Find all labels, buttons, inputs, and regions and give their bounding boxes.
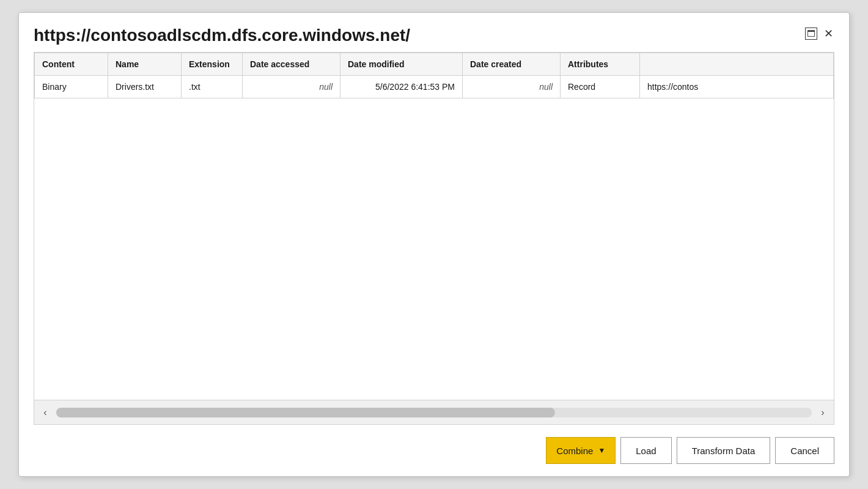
scrollbar-thumb[interactable]: [56, 408, 555, 417]
load-button[interactable]: Load: [620, 437, 671, 464]
col-header-content: Content: [35, 53, 108, 75]
minimize-button[interactable]: 🗖: [805, 28, 817, 40]
table-scroll-area: Content Name Extension Date accessed Dat…: [34, 53, 834, 400]
data-table: Content Name Extension Date accessed Dat…: [34, 53, 834, 98]
cell-url: https://contos: [640, 75, 834, 98]
close-button[interactable]: ✕: [822, 28, 834, 40]
table-row[interactable]: Binary Drivers.txt .txt null 5/6/2022 6:…: [35, 75, 834, 98]
transform-data-button[interactable]: Transform Data: [677, 437, 771, 464]
col-header-attributes: Attributes: [561, 53, 640, 75]
col-header-date-modified: Date modified: [340, 53, 463, 75]
scroll-right-button[interactable]: ›: [814, 404, 831, 421]
cell-name: Drivers.txt: [108, 75, 182, 98]
combine-button[interactable]: Combine ▼: [546, 437, 616, 464]
col-header-name: Name: [108, 53, 182, 75]
table-header-row: Content Name Extension Date accessed Dat…: [35, 53, 834, 75]
cell-attributes: Record: [561, 75, 640, 98]
combine-label: Combine: [556, 446, 593, 456]
col-header-date-accessed: Date accessed: [243, 53, 340, 75]
cell-date-created: null: [463, 75, 561, 98]
combine-dropdown-arrow[interactable]: ▼: [598, 446, 605, 455]
window-controls: 🗖 ✕: [805, 25, 834, 40]
col-header-extension: Extension: [182, 53, 243, 75]
data-table-container: Content Name Extension Date accessed Dat…: [34, 52, 834, 425]
col-header-date-created: Date created: [463, 53, 561, 75]
title-bar: https://contosoadlscdm.dfs.core.windows.…: [19, 13, 849, 52]
dialog-title: https://contosoadlscdm.dfs.core.windows.…: [34, 25, 410, 46]
footer: Combine ▼ Load Transform Data Cancel: [19, 425, 849, 476]
cancel-button[interactable]: Cancel: [775, 437, 834, 464]
scrollbar-track[interactable]: [56, 408, 812, 417]
cell-date-modified: 5/6/2022 6:41:53 PM: [340, 75, 463, 98]
cell-extension: .txt: [182, 75, 243, 98]
dialog: https://contosoadlscdm.dfs.core.windows.…: [18, 12, 850, 477]
scroll-left-button[interactable]: ‹: [37, 404, 54, 421]
horizontal-scrollbar[interactable]: ‹ ›: [34, 400, 834, 424]
col-header-url: [640, 53, 834, 75]
cell-date-accessed: null: [243, 75, 340, 98]
cell-content: Binary: [35, 75, 108, 98]
